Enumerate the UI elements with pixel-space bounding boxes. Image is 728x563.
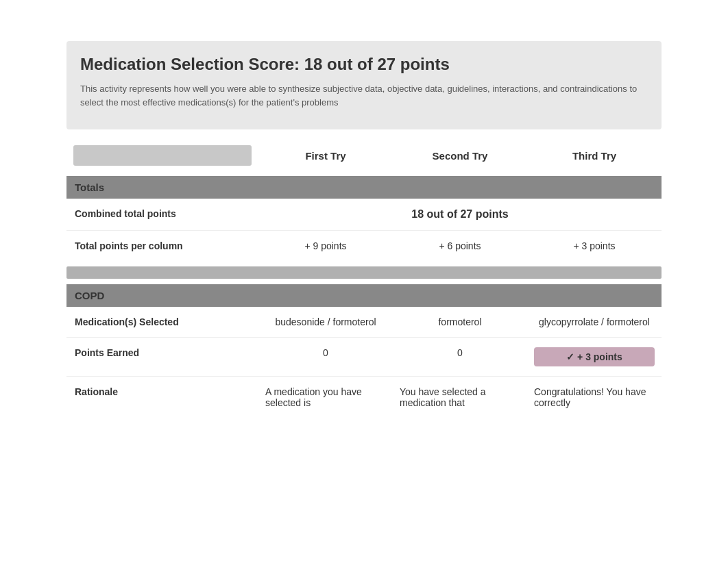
first-try-points-total: + 9 points: [258, 240, 393, 251]
points-earned-row: Points Earned 0 0 ✓ + 3 points: [66, 338, 662, 377]
points-per-column-row: Total points per column + 9 points + 6 p…: [66, 231, 662, 261]
totals-section: Totals Combined total points 18 out of 2…: [66, 176, 662, 261]
third-try-rationale: Congratulations! You have correctly: [527, 386, 662, 408]
header-placeholder: [73, 145, 252, 166]
score-title: Medication Selection Score: 18 out of 27…: [80, 55, 648, 74]
section-divider: [66, 266, 662, 279]
rationale-row: Rationale A medication you have selected…: [66, 377, 662, 418]
first-try-rationale: A medication you have selected is: [258, 386, 393, 408]
third-try-points-total: + 3 points: [527, 240, 662, 251]
rationale-label: Rationale: [66, 386, 258, 397]
first-try-header: First Try: [258, 150, 393, 162]
points-per-column-label: Total points per column: [66, 240, 258, 251]
column-headers-row: First Try Second Try Third Try: [66, 136, 662, 175]
second-try-points-earned: 0: [393, 347, 527, 358]
first-try-med: budesonide / formoterol: [258, 316, 393, 327]
third-try-points-highlight: ✓ + 3 points: [534, 347, 655, 366]
combined-total-row: Combined total points 18 out of 27 point…: [66, 199, 662, 231]
points-earned-label: Points Earned: [66, 347, 258, 358]
score-description: This activity represents how well you we…: [80, 82, 648, 109]
second-try-rationale: You have selected a medication that: [393, 386, 527, 408]
second-try-header: Second Try: [393, 150, 527, 162]
third-try-med: glycopyrrolate / formoterol: [527, 316, 662, 327]
copd-section: COPD Medication(s) Selected budesonide /…: [66, 284, 662, 418]
first-try-points-earned: 0: [258, 347, 393, 358]
combined-total-label: Combined total points: [66, 208, 258, 219]
combined-total-value: 18 out of 27 points: [258, 208, 662, 221]
medications-selected-row: Medication(s) Selected budesonide / form…: [66, 307, 662, 338]
second-try-points-total: + 6 points: [393, 240, 527, 251]
medications-label: Medication(s) Selected: [66, 316, 258, 327]
page-container: Medication Selection Score: 18 out of 27…: [0, 0, 728, 445]
score-header: Medication Selection Score: 18 out of 27…: [66, 41, 662, 129]
copd-section-header: COPD: [66, 284, 662, 307]
third-try-points-earned: ✓ + 3 points: [527, 347, 662, 366]
third-try-header: Third Try: [527, 150, 662, 162]
second-try-med: formoterol: [393, 316, 527, 327]
totals-section-header: Totals: [66, 176, 662, 199]
